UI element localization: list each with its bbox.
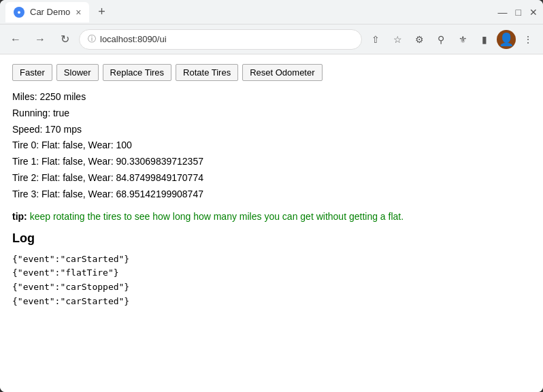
- running-display: Running: true: [12, 105, 531, 122]
- lock-icon: ⓘ: [88, 33, 96, 45]
- forward-button[interactable]: →: [30, 29, 50, 50]
- replace-tires-button[interactable]: Replace Tires: [103, 64, 171, 81]
- nav-bar: ← → ↻ ⓘ localhost:8090/ui ⇧ ☆ ⚙ ⚲ ⚜ ▮ 👤 …: [0, 24, 543, 54]
- sidebar-icon[interactable]: ▮: [475, 30, 494, 49]
- page-content: Faster Slower Replace Tires Rotate Tires…: [0, 54, 543, 392]
- log-title: Log: [12, 231, 531, 246]
- tab-close-button[interactable]: ×: [76, 7, 81, 17]
- nav-right-icons: ⇧ ☆ ⚙ ⚲ ⚜ ▮ 👤 ⋮: [366, 30, 538, 49]
- window-controls: — □ ✕: [498, 7, 538, 18]
- tire2-display: Tire 2: Flat: false, Wear: 84.8749984917…: [12, 170, 531, 186]
- browser-tab[interactable]: ● Car Demo ×: [5, 2, 89, 22]
- minimize-button[interactable]: —: [498, 7, 508, 18]
- maximize-button[interactable]: □: [516, 7, 521, 18]
- refresh-button[interactable]: ↻: [54, 29, 75, 50]
- log-section: Log {"event":"carStarted"} {"event":"fla…: [12, 231, 531, 309]
- menu-icon[interactable]: ⋮: [519, 30, 538, 49]
- profile-avatar[interactable]: 👤: [497, 30, 516, 49]
- close-window-button[interactable]: ✕: [529, 7, 538, 18]
- log-entry-2: {"event":"carStopped"}: [12, 280, 531, 295]
- tip-section: tip: keep rotating the tires to see how …: [12, 211, 531, 222]
- bookmark-icon[interactable]: ☆: [388, 30, 407, 49]
- browser-window: ● Car Demo × + — □ ✕ ← → ↻ ⓘ localhost:8…: [0, 0, 543, 392]
- tab-favicon: ●: [14, 7, 24, 18]
- speed-display: Speed: 170 mps: [12, 122, 531, 138]
- title-bar: ● Car Demo × + — □ ✕: [0, 0, 543, 24]
- action-toolbar: Faster Slower Replace Tires Rotate Tires…: [12, 64, 531, 81]
- faster-button[interactable]: Faster: [12, 64, 52, 81]
- search-icon[interactable]: ⚲: [431, 30, 450, 49]
- log-entry-3: {"event":"carStarted"}: [12, 295, 531, 309]
- miles-display: Miles: 2250 miles: [12, 89, 531, 105]
- tire3-display: Tire 3: Flat: false, Wear: 68.9514219990…: [12, 186, 531, 203]
- log-entry-1: {"event":"flatTire"}: [12, 266, 531, 280]
- log-entries: {"event":"carStarted"} {"event":"flatTir…: [12, 252, 531, 309]
- back-button[interactable]: ←: [5, 29, 26, 50]
- address-bar[interactable]: ⓘ localhost:8090/ui: [79, 29, 362, 50]
- tip-text: keep rotating the tires to see how long …: [30, 211, 404, 222]
- extensions-icon[interactable]: ⚙: [410, 30, 429, 49]
- tab-title: Car Demo: [30, 7, 70, 17]
- address-text: localhost:8090/ui: [100, 34, 167, 44]
- reset-odometer-button[interactable]: Reset Odometer: [242, 64, 322, 81]
- rotate-tires-button[interactable]: Rotate Tires: [176, 64, 238, 81]
- slower-button[interactable]: Slower: [56, 64, 99, 81]
- car-info-section: Miles: 2250 miles Running: true Speed: 1…: [12, 89, 531, 203]
- tire1-display: Tire 1: Flat: false, Wear: 90.3306983971…: [12, 154, 531, 170]
- puzzle-icon[interactable]: ⚜: [453, 30, 472, 49]
- log-entry-0: {"event":"carStarted"}: [12, 252, 531, 267]
- tip-label: tip:: [12, 211, 27, 222]
- share-icon[interactable]: ⇧: [366, 30, 385, 49]
- new-tab-button[interactable]: +: [92, 3, 111, 22]
- tire0-display: Tire 0: Flat: false, Wear: 100: [12, 137, 531, 154]
